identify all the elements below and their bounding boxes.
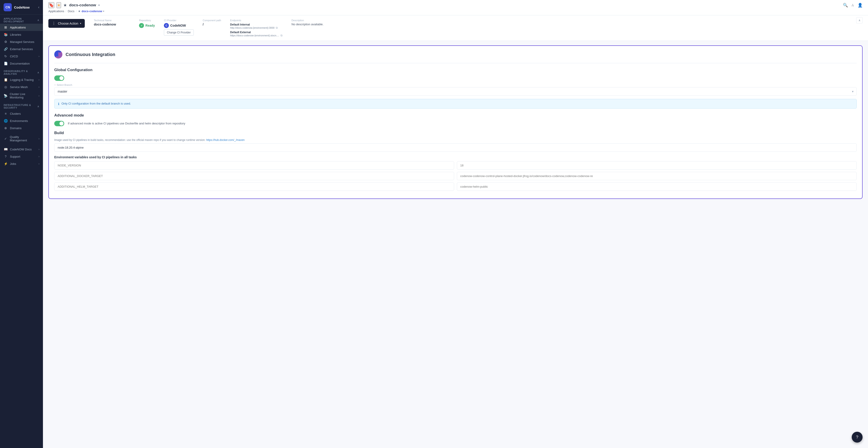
description-section: Description No description available. — [291, 19, 337, 26]
ci-provider-section: CI Provider C CodeNOW Change CI Provider — [164, 19, 193, 36]
component-path-section: Component path / — [203, 19, 221, 26]
sidebar-item-jobs[interactable]: ⚡ Jobs › — [0, 160, 43, 167]
top-info-bar: ∧ ⋮ Choose Action ▾ Technical Name docs-… — [43, 15, 868, 41]
sidebar-item-applications[interactable]: ⊞ Applications — [0, 24, 43, 31]
env-var-key-1[interactable] — [54, 172, 454, 180]
global-config-toggle[interactable] — [54, 75, 64, 81]
ci-inner-content: Global Configuration ⑂ Select Branch — [49, 63, 862, 199]
sidebar-item-codenow-docs[interactable]: 📖 CodeNOW Docs › — [0, 146, 43, 153]
sidebar-item-cicd[interactable]: ↻ CI/CD › — [0, 53, 43, 60]
component-path-label: Component path — [203, 19, 221, 22]
default-external-group: Default External https://docs-codenow-{e… — [230, 31, 282, 37]
service-mesh-arrow: › — [39, 86, 39, 88]
cicd-icon: ↻ — [4, 55, 8, 58]
menu-dots-icon: ⋮ — [52, 21, 56, 26]
bookmark-button[interactable]: 🔖 — [49, 2, 54, 8]
page-title: docs-codenow — [69, 3, 96, 7]
toggle-slider — [54, 75, 64, 81]
env-var-key-0[interactable] — [54, 161, 454, 170]
global-config-toggle-row — [54, 75, 857, 81]
ci-provider-label: CI Provider — [164, 19, 193, 22]
env-var-value-0[interactable] — [457, 161, 857, 170]
build-title: Build — [54, 131, 857, 135]
sidebar-logo: CN CodeNow ‹ — [0, 0, 43, 15]
technical-name-section: Technical Name docs-codenow — [94, 19, 130, 26]
title-dropdown-button[interactable]: ▾ — [98, 4, 100, 7]
repository-section: Repository ✓ Ready — [139, 19, 155, 28]
env-var-row-0 — [54, 161, 857, 170]
sidebar-item-managed-services[interactable]: ⚙ Managed Services — [0, 38, 43, 45]
ci-provider-icon: C — [164, 23, 169, 28]
env-var-value-1[interactable] — [457, 172, 857, 180]
description-value: No description available. — [291, 23, 337, 26]
sidebar-item-environments[interactable]: 🌐 Environments — [0, 117, 43, 125]
build-note-link[interactable]: https://hub.docker.com/_/maven — [206, 138, 245, 142]
default-internal-group: Default Internal http://docs-codenow.{en… — [230, 23, 282, 29]
sidebar-item-service-mesh[interactable]: ◎ Service Mesh › — [0, 83, 43, 91]
advanced-mode-toggle[interactable] — [54, 121, 64, 126]
logging-arrow: › — [39, 78, 39, 81]
external-services-icon: 🔗 — [4, 47, 8, 51]
copy-external-url-button[interactable]: ⧉ — [281, 34, 283, 37]
branch-select-label: ⑂ Select Branch — [54, 83, 857, 86]
sidebar-item-external-services[interactable]: 🔗 External Services — [0, 45, 43, 53]
star-button[interactable]: ★ — [57, 2, 61, 8]
choose-action-section: ⋮ Choose Action ▾ — [49, 19, 85, 28]
sidebar-item-domains[interactable]: ⊕ Domains — [0, 125, 43, 132]
technical-name-value: docs-codenow — [94, 23, 130, 26]
advanced-mode-description: If advanced mode is active CI pipelines … — [68, 121, 185, 125]
sidebar-item-logging[interactable]: 📋 Logging & Tracing › — [0, 76, 43, 83]
env-var-value-2[interactable] — [457, 182, 857, 191]
env-var-row-2 — [54, 182, 857, 191]
repository-label: Repository — [139, 19, 155, 22]
sidebar-item-cluster-monitoring[interactable]: 📡 Cluster Live Monitoring › — [0, 91, 43, 101]
technical-name-label: Technical Name — [94, 19, 130, 22]
choose-action-arrow-icon: ▾ — [80, 22, 81, 25]
title-icon-small: ★ — [78, 9, 81, 13]
section-header-app-dev[interactable]: Application Development ∧ — [0, 15, 43, 24]
support-float-button[interactable]: ? — [852, 432, 863, 443]
clusters-icon: ≡ — [4, 112, 8, 115]
default-internal-label: Default Internal — [230, 23, 282, 26]
copy-internal-url-button[interactable]: ⧉ — [276, 26, 278, 29]
support-arrow: › — [39, 156, 39, 158]
sidebar-item-libraries[interactable]: 📚 Libraries — [0, 31, 43, 38]
section-header-infrastructure[interactable]: Infrastructure & Security ∧ — [0, 101, 43, 110]
section-header-observability[interactable]: Observability & Analysis ∧ — [0, 67, 43, 76]
cluster-monitoring-icon: 📡 — [4, 94, 7, 98]
documentation-icon: 📄 — [4, 62, 8, 65]
merge-button[interactable]: ⑃ — [851, 3, 854, 8]
breadcrumb-current[interactable]: docs-codenow — [82, 9, 102, 13]
branch-select-wrap: ⑂ Select Branch master ▾ — [54, 83, 857, 96]
ci-section: Continuous Integration Global Configurat… — [49, 45, 863, 199]
branch-icon: ⑂ — [54, 83, 56, 86]
support-icon: ? — [4, 155, 8, 158]
main-content: 🔖 ★ ★ docs-codenow ▾ 🔍 ⑃ 👤 Applications … — [43, 0, 868, 448]
advanced-toggle-slider — [54, 121, 64, 126]
breadcrumb-applications[interactable]: Applications — [49, 9, 64, 13]
sidebar-item-documentation[interactable]: 📄 Documentation — [0, 60, 43, 67]
choose-action-button[interactable]: ⋮ Choose Action ▾ — [49, 19, 85, 28]
breadcrumb-dropdown[interactable]: ▾ — [103, 10, 104, 12]
collapse-arrow-button[interactable]: ∧ — [856, 17, 863, 24]
sidebar-item-quality-management[interactable]: ✓ Quality Management › — [0, 133, 43, 144]
env-var-row-1 — [54, 172, 857, 180]
breadcrumb-docs[interactable]: Docs — [68, 9, 74, 13]
build-image-input[interactable] — [54, 143, 857, 152]
logo-icon: CN — [4, 3, 12, 11]
environments-icon: 🌐 — [4, 119, 8, 123]
env-var-key-2[interactable] — [54, 182, 454, 191]
change-ci-provider-button[interactable]: Change CI Provider — [164, 29, 193, 36]
sidebar-item-clusters[interactable]: ≡ Clusters — [0, 110, 43, 117]
ci-info-box: ℹ Only CI configuration from the default… — [54, 99, 857, 109]
domains-icon: ⊕ — [4, 126, 8, 130]
branch-select[interactable]: master — [54, 87, 857, 96]
default-external-label: Default External — [230, 31, 282, 34]
cicd-arrow: › — [39, 55, 39, 58]
codenow-docs-arrow: › — [39, 148, 39, 150]
user-button[interactable]: 👤 — [858, 3, 863, 8]
search-button[interactable]: 🔍 — [843, 3, 848, 8]
sidebar-item-support[interactable]: ? Support › — [0, 153, 43, 160]
sidebar-collapse-button[interactable]: ‹ — [38, 5, 39, 9]
applications-icon: ⊞ — [4, 26, 8, 29]
